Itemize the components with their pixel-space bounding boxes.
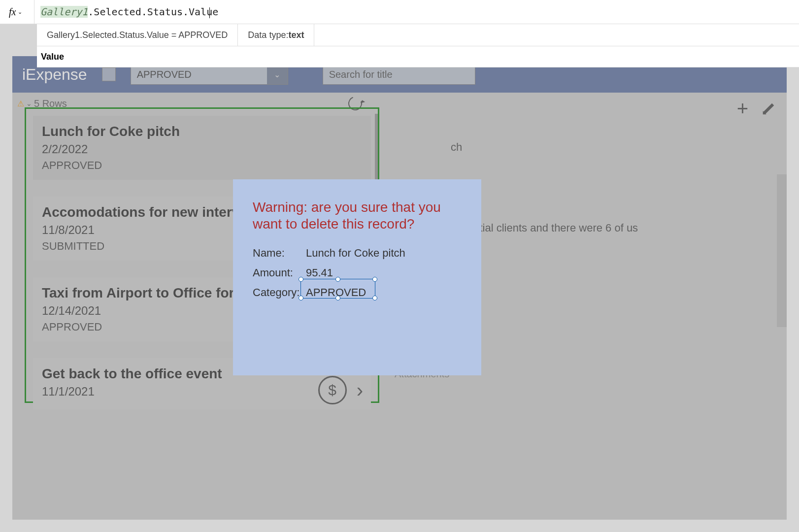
card-date: 2/2/2022 bbox=[42, 142, 362, 156]
add-icon[interactable]: + bbox=[737, 98, 748, 120]
app-title: iExpense bbox=[22, 66, 87, 84]
formula-highlighted-token: Gallery1 bbox=[40, 6, 88, 18]
app-frame: iExpense APPROVED ⌄ Search for title ⚠ ⌄… bbox=[12, 56, 787, 520]
suggestion-text: Value bbox=[41, 52, 64, 62]
datatype-value: text bbox=[288, 30, 304, 40]
formula-bar: fx ⌄ Gallery1.Selected.Status.Value bbox=[0, 0, 799, 24]
resize-handle[interactable] bbox=[299, 277, 303, 282]
intellisense-suggestion[interactable]: Value bbox=[37, 46, 799, 67]
delete-confirm-dialog: Warning: are you sure that you want to d… bbox=[233, 179, 481, 375]
resize-handle[interactable] bbox=[372, 296, 377, 300]
dialog-name-label: Name: bbox=[253, 247, 306, 260]
card-status: APPROVED bbox=[42, 159, 362, 172]
edit-icon[interactable] bbox=[760, 100, 778, 118]
detail-title-fragment: ch bbox=[451, 141, 462, 154]
canvas-scrollbar[interactable] bbox=[777, 174, 787, 327]
search-placeholder: Search for title bbox=[329, 69, 393, 80]
formula-eval-text: Gallery1.Selected.Status.Value = APPROVE… bbox=[47, 30, 228, 40]
datatype-label: Data type: bbox=[248, 30, 288, 40]
chevron-down-icon[interactable]: ⌄ bbox=[26, 100, 32, 107]
card-title: Lunch for Coke pitch bbox=[42, 124, 362, 139]
dialog-amount-value: 95.41 bbox=[306, 266, 333, 279]
selected-control-outline[interactable] bbox=[300, 279, 375, 299]
chevron-right-icon[interactable]: › bbox=[357, 379, 363, 401]
resize-handle[interactable] bbox=[335, 296, 340, 300]
fx-text: fx bbox=[9, 6, 16, 18]
filter-checkbox[interactable] bbox=[102, 67, 116, 81]
gallery-card[interactable]: Lunch for Coke pitch2/2/2022APPROVED bbox=[33, 116, 371, 180]
warning-icon: ⚠ bbox=[17, 99, 24, 108]
dollar-icon[interactable]: $ bbox=[318, 376, 347, 404]
chevron-down-icon: ⌄ bbox=[267, 65, 288, 84]
dialog-amount-row: Amount: 95.41 bbox=[253, 266, 462, 279]
formula-info-bar: Gallery1.Selected.Status.Value = APPROVE… bbox=[37, 24, 799, 46]
dialog-category-label: Category: bbox=[253, 286, 306, 299]
formula-eval-cell: Gallery1.Selected.Status.Value = APPROVE… bbox=[37, 24, 238, 46]
datatype-cell: Data type: text bbox=[238, 24, 314, 46]
formula-input[interactable]: Gallery1.Selected.Status.Value bbox=[34, 6, 799, 18]
dialog-warning-text: Warning: are you sure that you want to d… bbox=[253, 199, 462, 232]
detail-description-fragment: r potential clients and there were 6 of … bbox=[446, 222, 772, 234]
dialog-amount-label: Amount: bbox=[253, 266, 306, 279]
text-cursor-icon bbox=[209, 7, 210, 18]
dialog-name-row: Name: Lunch for Coke pitch bbox=[253, 247, 462, 260]
resize-handle[interactable] bbox=[299, 296, 303, 300]
dialog-name-value: Lunch for Coke pitch bbox=[306, 247, 405, 260]
fx-label[interactable]: fx ⌄ bbox=[0, 0, 34, 24]
card-date: 11/1/2021 bbox=[42, 385, 362, 399]
detail-action-row: + bbox=[737, 98, 775, 120]
fx-chevron-icon[interactable]: ⌄ bbox=[18, 9, 22, 15]
resize-handle[interactable] bbox=[372, 277, 377, 282]
resize-handle[interactable] bbox=[335, 277, 340, 282]
card-icons: $› bbox=[318, 376, 363, 404]
formula-rest: .Selected.Status.Value bbox=[88, 6, 218, 18]
dropdown-value: APPROVED bbox=[131, 69, 267, 80]
canvas-area: iExpense APPROVED ⌄ Search for title ⚠ ⌄… bbox=[0, 24, 799, 532]
